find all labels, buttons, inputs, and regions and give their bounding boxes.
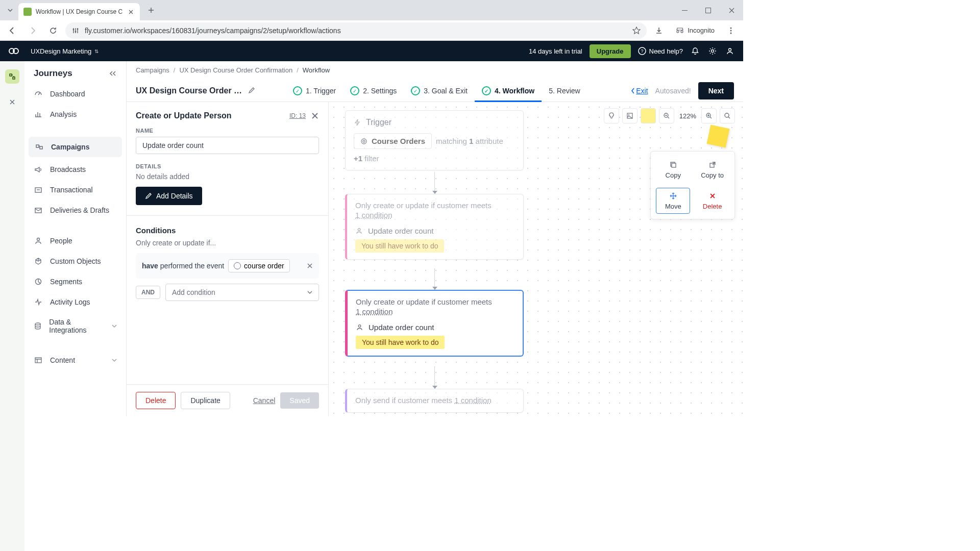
search-icon[interactable]	[720, 108, 735, 123]
tab-favicon	[23, 8, 32, 16]
browser-menu-icon[interactable]	[723, 22, 739, 39]
gauge-icon	[34, 89, 43, 98]
event-icon	[234, 262, 241, 269]
delete-action[interactable]: Delete	[695, 188, 729, 214]
edit-title-icon[interactable]	[248, 87, 256, 95]
action-node-selected[interactable]: Only create or update if customer meets …	[345, 290, 524, 357]
svg-point-10	[730, 32, 732, 34]
address-bar[interactable]: fly.customer.io/workspaces/160831/journe…	[65, 22, 647, 39]
workflow-canvas[interactable]: 122% Copy Copy to Move Delete	[329, 102, 743, 416]
incognito-badge[interactable]: Incognito	[671, 27, 719, 34]
help-button[interactable]: ? Need help?	[638, 46, 683, 56]
nav-segments[interactable]: Segments	[24, 271, 126, 292]
zoom-in-icon[interactable]	[701, 108, 717, 123]
nav-people[interactable]: People	[24, 231, 126, 251]
nav-data-integrations[interactable]: Data & Integrations	[24, 312, 126, 340]
add-condition-select[interactable]: Add condition	[165, 284, 319, 301]
event-chip[interactable]: course order	[228, 259, 290, 272]
svg-point-9	[730, 30, 732, 31]
svg-rect-0	[682, 10, 688, 11]
lightbulb-icon[interactable]	[604, 108, 619, 123]
back-button[interactable]	[4, 22, 20, 39]
svg-text:?: ?	[641, 48, 643, 54]
workspace-selector[interactable]: UXDesign Marketing ⇅	[31, 47, 99, 55]
external-icon	[708, 160, 717, 169]
duplicate-button[interactable]: Duplicate	[181, 392, 230, 409]
minimize-button[interactable]	[673, 0, 696, 20]
rail-other-icon[interactable]	[5, 95, 19, 109]
app-logo-icon[interactable]	[8, 45, 20, 57]
url-text: fly.customer.io/workspaces/160831/journe…	[85, 27, 341, 35]
nav-broadcasts[interactable]: Broadcasts	[24, 159, 126, 180]
add-details-button[interactable]: Add Details	[136, 187, 202, 205]
copy-action[interactable]: Copy	[656, 157, 690, 183]
note-icon[interactable]	[641, 108, 656, 123]
svg-point-6	[75, 31, 77, 32]
nav-analysis[interactable]: Analysis	[24, 104, 126, 124]
reload-button[interactable]	[45, 22, 61, 39]
browser-tab[interactable]: Workflow | UX Design Course C	[18, 3, 140, 20]
action-node[interactable]: Only send if customer meets 1 condition	[345, 389, 524, 413]
nav-content[interactable]: Content	[24, 350, 126, 370]
maximize-button[interactable]	[696, 0, 720, 20]
notifications-icon[interactable]	[690, 46, 700, 56]
svg-point-23	[35, 323, 40, 325]
forward-button[interactable]	[24, 22, 41, 39]
trigger-node[interactable]: Trigger Course Orders matching 1 attribu…	[345, 110, 524, 170]
nav-campaigns[interactable]: Campaigns	[29, 137, 122, 157]
nav-custom-objects[interactable]: Custom Objects	[24, 251, 126, 271]
tab-close-icon[interactable]	[127, 8, 135, 16]
trial-status: 14 days left in trial	[529, 47, 582, 55]
upgrade-button[interactable]: Upgrade	[590, 44, 631, 58]
remove-condition-icon[interactable]	[307, 263, 313, 269]
settings-icon[interactable]	[707, 46, 718, 56]
panel-delete-button[interactable]: Delete	[136, 392, 176, 409]
next-button[interactable]: Next	[698, 82, 734, 99]
nav-dashboard[interactable]: Dashboard	[24, 84, 126, 104]
collapse-sidebar-icon[interactable]	[109, 70, 117, 77]
sticky-note[interactable]	[706, 124, 729, 147]
name-input[interactable]	[136, 137, 319, 154]
image-icon[interactable]	[622, 108, 638, 123]
zoom-out-icon[interactable]	[659, 108, 674, 123]
rail-journeys-icon[interactable]	[5, 69, 19, 84]
condition-row[interactable]: have performed the event course order	[136, 253, 319, 279]
panel-close-icon[interactable]	[311, 112, 319, 120]
exit-link[interactable]: Exit	[631, 87, 648, 95]
crumb-workflow: Workflow	[303, 66, 330, 74]
downloads-icon[interactable]	[651, 22, 667, 39]
nav-activity-logs[interactable]: Activity Logs	[24, 292, 126, 312]
step-settings[interactable]: ✓2. Settings	[343, 80, 404, 102]
step-review[interactable]: 5. Review	[542, 80, 587, 102]
nav-deliveries[interactable]: Deliveries & Drafts	[24, 200, 126, 220]
action-node[interactable]: Only create or update if customer meets …	[345, 194, 524, 260]
tab-search-dropdown[interactable]	[4, 4, 16, 16]
condition-count-link[interactable]: 1 condition	[355, 211, 393, 219]
chevron-down-icon	[112, 359, 117, 362]
and-operator-badge[interactable]: AND	[136, 286, 160, 299]
profile-icon[interactable]	[725, 46, 735, 56]
browser-tabs-bar: Workflow | UX Design Course C	[0, 0, 743, 20]
segment-chip[interactable]: Course Orders	[354, 133, 432, 149]
conditions-subtitle: Only create or update if...	[136, 239, 319, 247]
window-close-button[interactable]	[720, 0, 743, 20]
new-tab-button[interactable]	[144, 3, 158, 17]
step-workflow[interactable]: ✓4. Workflow	[475, 80, 542, 102]
site-settings-icon[interactable]	[71, 27, 80, 35]
condition-count-link[interactable]: 1 condition	[356, 307, 393, 316]
nav-transactional[interactable]: Transactional	[24, 180, 126, 200]
bookmark-icon[interactable]	[632, 27, 641, 35]
megaphone-icon	[34, 165, 43, 174]
bolt-icon	[354, 119, 361, 126]
step-goal-exit[interactable]: ✓3. Goal & Exit	[404, 80, 475, 102]
canvas-toolbar: 122%	[604, 108, 735, 123]
move-action[interactable]: Move	[656, 188, 690, 214]
step-trigger[interactable]: ✓1. Trigger	[286, 80, 343, 102]
sidebar-title: Journeys	[34, 68, 72, 79]
cancel-link[interactable]: Cancel	[253, 396, 276, 405]
app-header: UXDesign Marketing ⇅ 14 days left in tri…	[0, 41, 743, 61]
crumb-campaign-name[interactable]: UX Design Course Order Confirmation	[179, 66, 292, 74]
crumb-campaigns[interactable]: Campaigns	[136, 66, 169, 74]
panel-id[interactable]: ID: 13	[289, 112, 306, 119]
copy-to-action[interactable]: Copy to	[695, 157, 729, 183]
